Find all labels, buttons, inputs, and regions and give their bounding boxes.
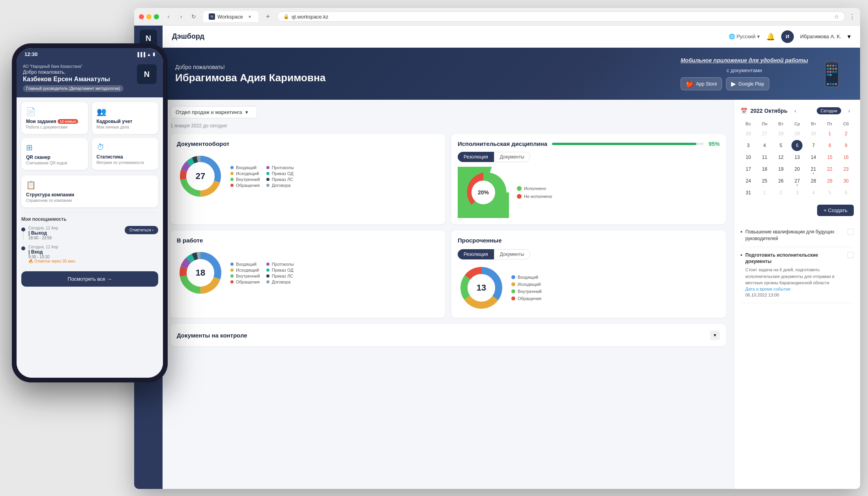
notification-bell[interactable]: 🔔 xyxy=(766,32,775,41)
cal-day-3-next[interactable]: 3 xyxy=(791,187,803,198)
cal-day-16[interactable]: 16 xyxy=(840,152,851,163)
inwork-legend-cols: Входящий Протоколы Исходящий Приказ ОД В… xyxy=(230,262,296,284)
cal-day-22[interactable]: 22 xyxy=(824,164,835,175)
play-icon: ▶ xyxy=(731,80,736,88)
department-selector[interactable]: Отдел продаж и маркетинга ▾ xyxy=(170,106,257,118)
cal-day-29-prev[interactable]: 29 xyxy=(791,128,803,139)
cal-day-7[interactable]: 7 xyxy=(808,140,819,151)
cal-day-18[interactable]: 18 xyxy=(759,164,770,175)
filters-row: Отдел продаж и маркетинга ▾ xyxy=(170,106,726,118)
calendar-prev-button[interactable]: ‹ xyxy=(791,106,800,116)
cal-day-30-prev[interactable]: 30 xyxy=(808,128,819,139)
cal-day-2[interactable]: 2 xyxy=(840,128,851,139)
attendance-line xyxy=(23,231,24,239)
task-checkbox-1[interactable] xyxy=(847,229,854,235)
tab-close-button[interactable]: × xyxy=(247,13,253,20)
create-event-button[interactable]: + Создать xyxy=(817,205,854,216)
cal-day-28[interactable]: 28 xyxy=(808,175,819,186)
browser-tab[interactable]: N Workspace × xyxy=(203,11,258,22)
phone-company-card[interactable]: 📋 Структура компании Справочник по компа… xyxy=(21,175,158,207)
cal-day-27-prev[interactable]: 27 xyxy=(759,128,770,139)
cal-day-25[interactable]: 25 xyxy=(759,175,770,186)
cal-day-31[interactable]: 31 xyxy=(743,187,754,198)
app-store-button[interactable]: 🍎 App Store xyxy=(681,77,722,90)
iw-internal: Внутренний xyxy=(230,274,260,278)
cal-day-27[interactable]: 27 xyxy=(791,175,803,186)
discipline-tab-docs[interactable]: Документы xyxy=(494,152,530,162)
cal-day-4[interactable]: 4 xyxy=(759,140,770,151)
overdue-tab-resolution[interactable]: Резолюция xyxy=(458,249,494,259)
forward-button[interactable]: › xyxy=(176,11,187,22)
exit-time: 18:00 - 23:59 xyxy=(28,236,122,240)
expand-control-docs-button[interactable]: ▾ xyxy=(710,330,720,340)
tab-label: Workspace xyxy=(217,14,243,20)
task-checkbox-2[interactable] xyxy=(847,252,854,258)
address-bar[interactable]: 🔒 qt.workspace.kz ☆ xyxy=(277,11,845,22)
cal-day-2-next[interactable]: 2 xyxy=(775,187,786,198)
task-date-link-2[interactable]: Дата и время события xyxy=(745,286,844,292)
phone-hr-card[interactable]: 👥 Кадровый учет Мои личные дела xyxy=(92,102,159,134)
iw-prikaz-ls: Приказ ЛС xyxy=(266,274,296,278)
cal-day-3[interactable]: 3 xyxy=(743,140,754,151)
cal-day-21[interactable]: 21 xyxy=(808,164,819,175)
cal-day-20[interactable]: 20 xyxy=(791,164,803,175)
overdue-count: 13 xyxy=(477,283,486,293)
cal-day-17[interactable]: 17 xyxy=(743,164,754,175)
user-name[interactable]: Ибрагимова А. К. xyxy=(800,34,841,39)
cal-day-14[interactable]: 14 xyxy=(808,152,819,163)
cal-day-23[interactable]: 23 xyxy=(840,164,851,175)
close-window-btn[interactable] xyxy=(139,14,144,19)
cal-day-10[interactable]: 10 xyxy=(743,152,754,163)
cal-day-5-next[interactable]: 5 xyxy=(824,187,835,198)
task-date-val-2: 06.10.2022 13:00 xyxy=(745,292,844,298)
minimize-window-btn[interactable] xyxy=(146,14,152,19)
view-all-button[interactable]: Посмотреть все → xyxy=(21,271,158,287)
new-tab-button[interactable]: + xyxy=(262,11,273,22)
cal-day-24[interactable]: 24 xyxy=(743,175,754,186)
cal-day-1-next[interactable]: 1 xyxy=(759,187,770,198)
cal-day-8[interactable]: 8 xyxy=(824,140,835,151)
cal-day-1[interactable]: 1 xyxy=(824,128,835,139)
overdue-title: Просроченные xyxy=(458,237,720,244)
google-play-button[interactable]: ▶ Google Play xyxy=(726,77,769,90)
calendar-today-button[interactable]: Сегодня xyxy=(817,107,841,114)
discipline-tab-resolution[interactable]: Резолюция xyxy=(458,152,494,162)
bookmark-icon[interactable]: ☆ xyxy=(834,13,839,20)
cal-day-11[interactable]: 11 xyxy=(759,152,770,163)
docflow-title: Документооборот xyxy=(177,140,439,147)
back-button[interactable]: ‹ xyxy=(163,11,174,22)
cal-day-28-prev[interactable]: 28 xyxy=(775,128,786,139)
top-bar-right: 🌐 Русский ▾ 🔔 И Ибрагимова А. К. ▾ xyxy=(729,30,851,43)
reload-button[interactable]: ↻ xyxy=(188,11,199,22)
cal-day-4-next[interactable]: 4 xyxy=(808,187,819,198)
cal-day-6-next[interactable]: 6 xyxy=(840,187,851,198)
cal-day-30[interactable]: 30 xyxy=(840,175,851,186)
calendar-next-button[interactable]: › xyxy=(844,106,854,116)
cal-day-26[interactable]: 26 xyxy=(775,175,786,186)
exit-type: | Выход xyxy=(28,230,122,236)
cal-header-fri: Пт xyxy=(822,120,837,127)
cal-day-5[interactable]: 5 xyxy=(775,140,786,151)
top-content: Дэшборд 🌐 Русский ▾ 🔔 И Ибрагимова А. К.… xyxy=(163,26,860,489)
phone-stats-card[interactable]: ⏱ Статистика Метрики по успеваемости xyxy=(92,138,159,170)
cal-day-13[interactable]: 13 xyxy=(791,152,803,163)
check-in-button[interactable]: Отметиться › xyxy=(125,226,158,234)
phone-tasks-card[interactable]: 📄 Мои задания 12 новых Работа с документ… xyxy=(21,102,88,134)
cal-day-6-today[interactable]: 6 xyxy=(791,140,803,151)
cal-day-15[interactable]: 15 xyxy=(824,152,835,163)
cal-day-29[interactable]: 29 xyxy=(824,175,835,186)
cal-day-9[interactable]: 9 xyxy=(840,140,851,151)
chrome-menu-icon[interactable]: ⋮ xyxy=(849,13,855,21)
maximize-window-btn[interactable] xyxy=(154,14,159,19)
cal-day-19[interactable]: 19 xyxy=(775,164,786,175)
overdue-tab-docs[interactable]: Документы xyxy=(494,249,530,259)
top-charts-grid: Документооборот xyxy=(170,134,726,224)
cal-day-26-prev[interactable]: 26 xyxy=(743,128,754,139)
discipline-progress-fill xyxy=(552,143,696,145)
cal-day-12[interactable]: 12 xyxy=(775,152,786,163)
user-dropdown-icon[interactable]: ▾ xyxy=(847,33,851,40)
discipline-pie-legend: Исполнено Не исполнено xyxy=(517,186,552,199)
phone-qr-card[interactable]: ⊞ QR сканер Считывание QR кодов xyxy=(21,138,88,170)
stats-sub: Метрики по успеваемости xyxy=(97,160,154,165)
language-selector[interactable]: 🌐 Русский ▾ xyxy=(729,34,760,39)
